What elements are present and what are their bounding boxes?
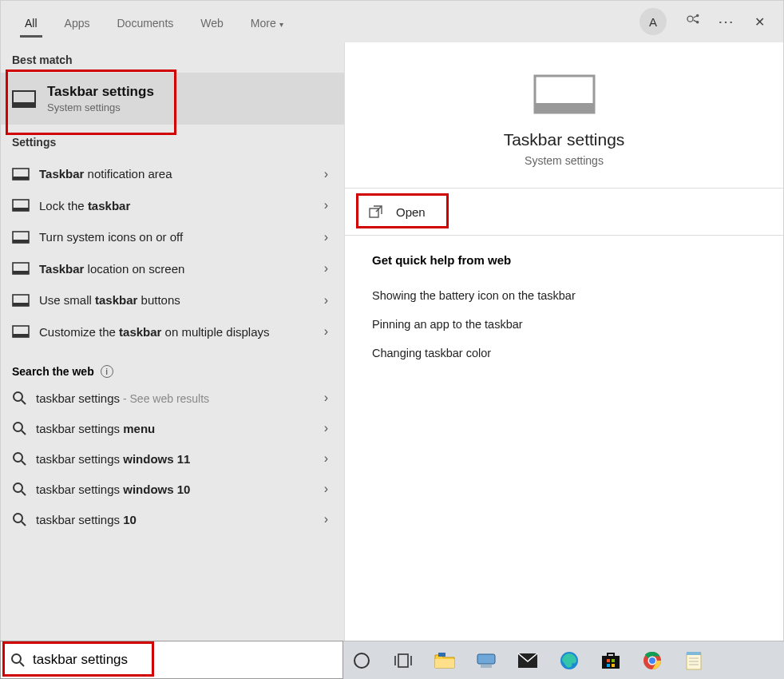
open-label: Open	[396, 205, 426, 219]
options-icon[interactable]	[718, 14, 734, 30]
chevron-right-icon: ›	[319, 198, 333, 212]
settings-result[interactable]: Lock the taskbar›	[1, 190, 344, 222]
help-link[interactable]: Changing taskbar color	[372, 339, 756, 367]
taskbar-icon	[12, 325, 30, 338]
svg-line-20	[22, 431, 26, 435]
svg-rect-6	[13, 177, 29, 180]
windows-taskbar	[343, 641, 784, 679]
svg-rect-41	[602, 656, 620, 669]
svg-rect-43	[612, 659, 615, 662]
svg-point-30	[12, 654, 21, 663]
settings-result[interactable]: Customize the taskbar on multiple displa…	[1, 316, 344, 348]
help-link[interactable]: Showing the battery icon on the taskbar	[372, 281, 756, 310]
close-icon[interactable]	[751, 14, 767, 30]
rewards-icon[interactable]	[684, 14, 700, 30]
search-web-label: Search the web i	[1, 352, 344, 383]
svg-line-26	[22, 522, 26, 526]
svg-line-31	[20, 662, 24, 666]
settings-result[interactable]: Taskbar notification area›	[1, 158, 344, 190]
svg-point-48	[649, 657, 655, 664]
svg-rect-50	[687, 652, 701, 655]
chevron-right-icon: ›	[319, 293, 333, 308]
open-button[interactable]: Open	[345, 189, 783, 236]
settings-result[interactable]: Taskbar location on screen›	[1, 253, 344, 285]
result-text: taskbar settings 10	[36, 513, 319, 526]
search-icon	[12, 482, 26, 496]
svg-rect-14	[13, 303, 29, 306]
chevron-right-icon: ›	[319, 482, 333, 496]
result-text: taskbar settings windows 10	[36, 482, 319, 496]
result-text: Taskbar notification area	[39, 166, 319, 182]
results-panel: Best match Taskbar settings System setti…	[1, 42, 344, 678]
svg-rect-42	[607, 659, 610, 662]
settings-result[interactable]: Use small taskbar buttons›	[1, 284, 344, 316]
svg-point-17	[14, 392, 22, 401]
taskbar-icon	[12, 90, 36, 108]
web-result[interactable]: taskbar settings - See web results›	[1, 383, 344, 413]
search-header: All Apps Documents Web More▾ A	[1, 1, 783, 42]
task-view-icon[interactable]	[391, 649, 415, 673]
chevron-right-icon: ›	[319, 391, 333, 405]
settings-result[interactable]: Turn system icons on or off›	[1, 221, 344, 253]
tab-more[interactable]: More▾	[246, 6, 288, 38]
ms-store-icon[interactable]	[599, 649, 623, 673]
preview-panel: Taskbar settings System settings Open Ge…	[344, 42, 783, 678]
svg-rect-28	[535, 103, 594, 113]
search-scope-tabs: All Apps Documents Web More▾	[10, 6, 288, 38]
tab-apps[interactable]: Apps	[60, 6, 95, 38]
chevron-right-icon: ›	[319, 167, 333, 181]
help-title: Get quick help from web	[372, 253, 756, 267]
svg-rect-16	[13, 334, 29, 337]
result-text: Turn system icons on or off	[39, 229, 319, 245]
taskbar-icon	[12, 294, 30, 307]
device-icon[interactable]	[474, 649, 498, 673]
web-result[interactable]: taskbar settings windows 10›	[1, 474, 344, 504]
best-match-result[interactable]: Taskbar settings System settings	[1, 73, 344, 125]
svg-rect-12	[13, 271, 29, 274]
web-result[interactable]: taskbar settings windows 11›	[1, 443, 344, 474]
chrome-icon[interactable]	[640, 649, 664, 673]
tab-web[interactable]: Web	[196, 6, 228, 38]
info-icon[interactable]: i	[101, 365, 113, 378]
help-link[interactable]: Pinning an app to the taskbar	[372, 310, 756, 339]
settings-label: Settings	[1, 125, 344, 155]
svg-line-24	[22, 491, 26, 495]
edge-icon[interactable]	[557, 649, 581, 673]
account-avatar[interactable]: A	[639, 8, 667, 35]
file-explorer-icon[interactable]	[433, 649, 457, 673]
svg-rect-29	[370, 208, 378, 217]
search-box[interactable]	[0, 641, 343, 679]
chevron-right-icon: ›	[319, 230, 333, 244]
svg-rect-4	[13, 102, 35, 107]
svg-rect-36	[438, 653, 445, 657]
tab-documents[interactable]: Documents	[112, 6, 178, 38]
result-text: Taskbar location on screen	[39, 261, 319, 277]
cortana-icon[interactable]	[350, 649, 374, 673]
svg-rect-32	[398, 654, 408, 667]
svg-point-19	[14, 423, 22, 431]
search-icon	[12, 421, 26, 435]
web-result[interactable]: taskbar settings menu›	[1, 413, 344, 443]
chevron-right-icon: ›	[319, 324, 333, 339]
taskbar-icon	[12, 262, 30, 275]
result-text: Customize the taskbar on multiple displa…	[39, 324, 319, 340]
web-result[interactable]: taskbar settings 10›	[1, 504, 344, 534]
search-input[interactable]	[33, 652, 333, 668]
chevron-down-icon: ▾	[279, 20, 283, 29]
svg-point-25	[14, 514, 22, 522]
svg-rect-44	[607, 664, 610, 667]
search-icon	[10, 653, 25, 667]
result-text: Use small taskbar buttons	[39, 292, 319, 308]
best-match-label: Best match	[1, 42, 344, 73]
svg-point-0	[687, 16, 693, 22]
result-text: taskbar settings windows 11	[36, 452, 319, 466]
svg-rect-10	[13, 240, 29, 243]
open-icon	[369, 204, 383, 219]
notepad-icon[interactable]	[682, 649, 706, 673]
chevron-right-icon: ›	[319, 451, 333, 466]
tab-all[interactable]: All	[20, 6, 42, 38]
taskbar-icon	[12, 168, 30, 181]
mail-icon[interactable]	[516, 649, 540, 673]
preview-subtitle: System settings	[525, 154, 604, 167]
svg-point-23	[14, 483, 22, 492]
